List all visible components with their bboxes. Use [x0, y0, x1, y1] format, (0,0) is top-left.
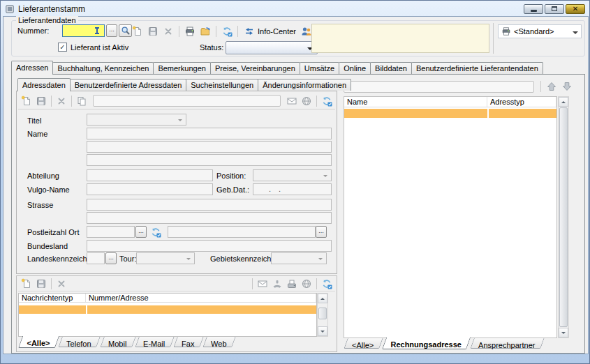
plz-browse-button[interactable]: ...: [135, 226, 147, 238]
tab-benutzerdefinierte-lieferantendaten[interactable]: Benutzerdefinierte Lieferantendaten: [411, 62, 543, 74]
msg-tab-alle[interactable]: <Alle>: [18, 336, 59, 348]
tab-preise-vereinbarungen[interactable]: Preise, Vereinbarungen: [210, 62, 300, 74]
separator: [216, 26, 216, 37]
name-label: Name: [27, 130, 47, 138]
address-title-field[interactable]: [93, 95, 281, 107]
address-letter-button[interactable]: [285, 94, 299, 108]
landeskennzeichen-field[interactable]: [87, 252, 105, 264]
scrollbar-thumb[interactable]: [559, 107, 568, 327]
notes-field[interactable]: [311, 24, 489, 53]
messages-toolbar: [18, 277, 335, 291]
tab-adressen[interactable]: Adressen: [11, 61, 53, 75]
strasse1-field[interactable]: [87, 199, 332, 211]
position-select[interactable]: [253, 169, 332, 181]
maximize-button[interactable]: [545, 4, 564, 14]
tab-aenderungsinformationen[interactable]: Änderungsinformationen: [258, 79, 351, 91]
msg-tab-telefon[interactable]: Telefon: [58, 337, 101, 347]
ort-browse-button[interactable]: ...: [316, 226, 327, 238]
move-up-button[interactable]: [545, 79, 559, 93]
vulgo-name-field[interactable]: [87, 183, 213, 195]
addresses-filter-tabs: <Alle> Rechnungsadresse Ansprechpartner: [346, 338, 543, 349]
msg-tab-mobil[interactable]: Mobil: [100, 337, 136, 347]
nummer-browse-button[interactable]: ...: [106, 24, 117, 37]
name1-field[interactable]: [87, 128, 332, 139]
tab-sucheinstellungen[interactable]: Sucheinstellungen: [186, 79, 258, 91]
message-delete-button[interactable]: [54, 277, 68, 291]
messages-refresh-button[interactable]: [320, 277, 334, 291]
layout-select[interactable]: <Standard>: [498, 24, 582, 38]
separator: [51, 278, 52, 289]
selected-message-row[interactable]: [19, 305, 316, 314]
tab-bilddaten[interactable]: Bilddaten: [370, 62, 412, 74]
landeskennzeichen-browse-button[interactable]: ...: [105, 252, 117, 264]
msg-tab-email[interactable]: E-Mail: [135, 337, 175, 347]
column-header-nachrichtentyp[interactable]: Nachrichtentyp: [19, 294, 86, 302]
save-button[interactable]: [146, 24, 160, 38]
strasse2-field[interactable]: [87, 212, 332, 224]
status-select[interactable]: [226, 41, 318, 54]
name2-field[interactable]: [87, 141, 332, 153]
info-center-button[interactable]: Info-Center: [242, 26, 298, 37]
delete-icon: [56, 96, 67, 107]
address-web-button[interactable]: [300, 94, 314, 108]
nummer-label: Nummer:: [17, 26, 49, 35]
tab-umsaetze[interactable]: Umsätze: [300, 62, 339, 74]
refresh-button[interactable]: [220, 24, 234, 38]
tab-buchhaltung-kennzeichen[interactable]: Buchhaltung, Kennzeichen: [52, 62, 154, 74]
msg-tab-fax[interactable]: Fax: [173, 337, 204, 347]
nummer-input[interactable]: [62, 24, 105, 37]
plz-field[interactable]: [87, 226, 135, 238]
delete-button[interactable]: [161, 24, 175, 38]
email-button[interactable]: [256, 277, 270, 291]
addresses-scrollbar[interactable]: [558, 96, 569, 338]
messages-scrollbar[interactable]: [317, 293, 328, 337]
scroll-down-button[interactable]: [318, 326, 327, 336]
selected-address-row[interactable]: [344, 109, 556, 118]
column-header-nummer-adresse[interactable]: Nummer/Adresse: [86, 294, 316, 302]
column-header-adresstyp[interactable]: Adresstyp: [487, 97, 556, 107]
address-save-button[interactable]: [34, 94, 48, 108]
address-delete-button[interactable]: [54, 94, 68, 108]
fax-button[interactable]: [285, 277, 299, 291]
tab-online[interactable]: Online: [339, 62, 371, 74]
print-button[interactable]: [183, 24, 197, 38]
close-button[interactable]: ✕: [566, 4, 585, 14]
open-folder-button[interactable]: [198, 24, 212, 38]
address-copy-button[interactable]: [75, 94, 89, 108]
address-new-button[interactable]: [20, 94, 34, 108]
gebdat-label: Geb.Dat.:: [216, 185, 249, 194]
name3-field[interactable]: [87, 154, 332, 166]
new-record-button[interactable]: [131, 24, 145, 38]
tab-bemerkungen[interactable]: Bemerkungen: [153, 62, 211, 74]
plz-refresh-button[interactable]: [149, 225, 163, 239]
tab-benutzerdefinierte-adressdaten[interactable]: Benutzerdefinierte Adressdaten: [70, 79, 187, 91]
addr-tab-rechnungsadresse[interactable]: Rechnungsadresse: [382, 338, 471, 349]
abteilung-field[interactable]: [87, 169, 213, 181]
addresses-filter-field[interactable]: [344, 81, 534, 93]
tour-select[interactable]: [136, 252, 195, 264]
minimize-button[interactable]: [524, 4, 543, 14]
new-record-icon: [21, 96, 32, 107]
gebdat-field[interactable]: . .: [253, 183, 332, 195]
tab-adressdaten[interactable]: Adressdaten: [17, 78, 71, 91]
phone-button[interactable]: [270, 277, 284, 291]
aktiv-checkbox[interactable]: [58, 43, 67, 52]
addr-tab-alle[interactable]: <Alle>: [344, 338, 383, 349]
move-down-button[interactable]: [560, 79, 574, 93]
message-save-button[interactable]: [34, 277, 48, 291]
titel-select[interactable]: [87, 114, 186, 126]
msg-tab-web[interactable]: Web: [203, 337, 237, 347]
scrollbar-thumb[interactable]: [318, 308, 327, 319]
scroll-down-button[interactable]: [559, 328, 568, 338]
message-new-button[interactable]: [20, 277, 34, 291]
scroll-up-button[interactable]: [318, 294, 327, 303]
ort-field[interactable]: [168, 226, 316, 238]
scroll-up-button[interactable]: [559, 97, 568, 107]
gebietskennzeichen-select[interactable]: [271, 252, 327, 264]
browser-button[interactable]: [300, 277, 314, 291]
addr-tab-ansprechpartner[interactable]: Ansprechpartner: [470, 338, 545, 349]
titlebar[interactable]: Lieferantenstamm ✕: [2, 2, 588, 15]
bundesland-field[interactable]: [87, 240, 332, 252]
column-header-name[interactable]: Name: [344, 97, 487, 107]
address-refresh-button[interactable]: [320, 94, 334, 108]
